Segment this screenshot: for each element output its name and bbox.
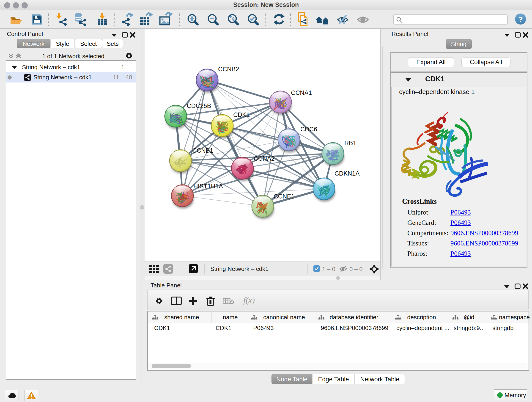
svg-text:CCNB2: CCNB2 — [218, 66, 239, 73]
svg-text:CDC25B: CDC25B — [187, 102, 211, 109]
svg-text:RB1: RB1 — [344, 140, 356, 147]
svg-text:HIST1H1A: HIST1H1A — [193, 183, 223, 190]
svg-text:CCNA1: CCNA1 — [291, 89, 312, 96]
svg-text:CCNE1: CCNE1 — [273, 193, 295, 200]
svg-text:CDC6: CDC6 — [300, 126, 317, 133]
svg-text:CDKN1A: CDKN1A — [335, 170, 360, 177]
svg-text:CCNA2: CCNA2 — [254, 155, 275, 162]
svg-text:CCNB1: CCNB1 — [192, 147, 213, 154]
svg-text:CDK1: CDK1 — [233, 111, 250, 118]
